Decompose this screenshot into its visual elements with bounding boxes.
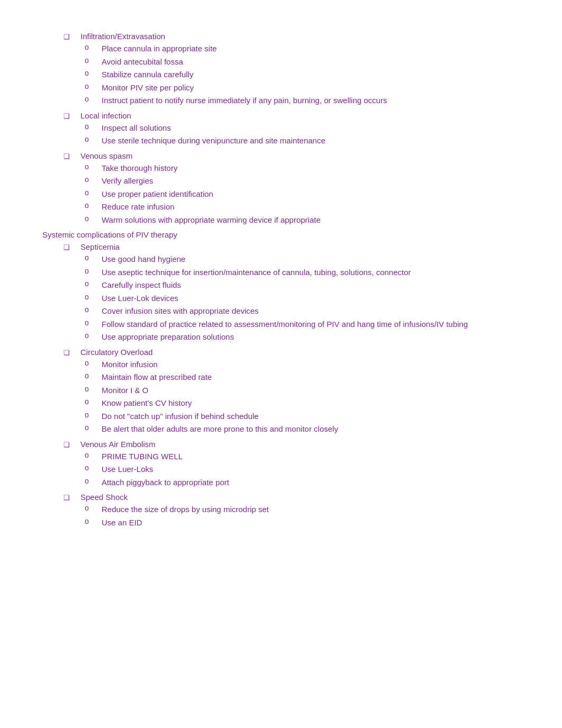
- speed-shock-subitems: o Reduce the size of drops by using micr…: [85, 504, 520, 529]
- sub-bullet: o: [85, 267, 97, 275]
- sub-bullet: o: [85, 293, 97, 301]
- item-text: Use Luer-Lok devices: [102, 293, 178, 305]
- venous-air-embolism-bullet: ❑: [64, 441, 76, 449]
- list-item: o Take thorough history: [85, 162, 520, 175]
- item-text: Monitor I & O: [102, 385, 148, 397]
- venous-air-embolism-subitems: o PRIME TUBING WELL o Use Luer-Loks o At…: [85, 451, 520, 489]
- infiltration-heading-row: ❑ Infiltration/Extravasation: [64, 32, 520, 41]
- list-item: o Verify allergies: [85, 175, 520, 187]
- sub-bullet: o: [85, 43, 97, 51]
- septicemia-heading-row: ❑ Septicemia: [64, 242, 520, 251]
- sub-bullet: o: [85, 135, 97, 143]
- speed-shock-label: Speed Shock: [80, 493, 128, 502]
- sub-bullet: o: [85, 201, 97, 210]
- list-item: o Instruct patient to notify nurse immed…: [85, 95, 520, 107]
- item-text: Monitor PIV site per policy: [102, 82, 194, 94]
- item-text: Instruct patient to notify nurse immedia…: [102, 95, 387, 107]
- item-text: Take thorough history: [102, 162, 177, 175]
- item-text: Stabilize cannula carefully: [102, 69, 193, 81]
- venous-spasm-section: ❑ Venous spasm o Take thorough history o…: [42, 151, 520, 226]
- sub-bullet: o: [85, 188, 97, 197]
- circulatory-overload-heading-row: ❑ Circulatory Overload: [64, 348, 520, 357]
- list-item: o Use aseptic technique for insertion/ma…: [85, 267, 520, 279]
- venous-spasm-subitems: o Take thorough history o Verify allergi…: [85, 162, 520, 226]
- sub-bullet: o: [85, 82, 97, 90]
- item-text: Be alert that older adults are more pron…: [102, 423, 338, 435]
- item-text: Follow standard of practice related to a…: [102, 319, 468, 331]
- item-text: Use appropriate preparation solutions: [102, 331, 234, 343]
- sub-bullet: o: [85, 359, 97, 367]
- list-item: o Monitor infusion: [85, 359, 520, 371]
- item-text: Use Luer-Loks: [102, 463, 153, 476]
- list-item: o Place cannula in appropriate site: [85, 43, 520, 55]
- venous-spasm-label: Venous spasm: [80, 151, 132, 160]
- speed-shock-bullet: ❑: [64, 494, 76, 502]
- venous-air-embolism-heading-row: ❑ Venous Air Embolism: [64, 440, 520, 449]
- sub-bullet: o: [85, 463, 97, 472]
- sub-bullet: o: [85, 423, 97, 432]
- sub-bullet: o: [85, 504, 97, 512]
- item-text: Reduce rate infusion: [102, 201, 175, 213]
- list-item: o Use Luer-Loks: [85, 463, 520, 476]
- sub-bullet: o: [85, 214, 97, 223]
- list-item: o Monitor I & O: [85, 385, 520, 397]
- septicemia-bullet: ❑: [64, 243, 76, 251]
- infiltration-subitems: o Place cannula in appropriate site o Av…: [85, 43, 520, 107]
- list-item: o Know patient's CV history: [85, 397, 520, 410]
- item-text: PRIME TUBING WELL: [102, 451, 183, 463]
- item-text: Monitor infusion: [102, 359, 158, 371]
- infiltration-label: Infiltration/Extravasation: [80, 32, 165, 41]
- list-item: o Cover infusion sites with appropriate …: [85, 305, 520, 317]
- venous-air-embolism-section: ❑ Venous Air Embolism o PRIME TUBING WEL…: [42, 440, 520, 489]
- list-item: o Use appropriate preparation solutions: [85, 331, 520, 343]
- local-infection-heading-row: ❑ Local infection: [64, 111, 520, 120]
- sub-bullet: o: [85, 69, 97, 77]
- list-item: o Stabilize cannula carefully: [85, 69, 520, 81]
- circulatory-overload-section: ❑ Circulatory Overload o Monitor infusio…: [42, 348, 520, 435]
- list-item: o Monitor PIV site per policy: [85, 82, 520, 94]
- item-text: Use proper patient identification: [102, 188, 213, 201]
- septicemia-section: ❑ Septicemia o Use good hand hygiene o U…: [42, 242, 520, 343]
- sub-bullet: o: [85, 411, 97, 419]
- item-text: Reduce the size of drops by using microd…: [102, 504, 269, 516]
- list-item: o Warm solutions with appropriate warmin…: [85, 214, 520, 226]
- item-text: Use an EID: [102, 517, 142, 529]
- sub-bullet: o: [85, 371, 97, 380]
- item-text: Maintain flow at prescribed rate: [102, 371, 212, 384]
- sub-bullet: o: [85, 122, 97, 131]
- sub-bullet: o: [85, 385, 97, 393]
- sub-bullet: o: [85, 517, 97, 525]
- item-text: Use good hand hygiene: [102, 253, 185, 266]
- local-infection-label: Local infection: [80, 111, 131, 120]
- venous-spasm-heading-row: ❑ Venous spasm: [64, 151, 520, 160]
- list-item: o Use sterile technique during venipunct…: [85, 135, 520, 147]
- sub-bullet: o: [85, 56, 97, 65]
- item-text: Place cannula in appropriate site: [102, 43, 217, 55]
- list-item: o Be alert that older adults are more pr…: [85, 423, 520, 435]
- systemic-complications-heading: Systemic complications of PIV therapy: [42, 230, 520, 239]
- list-item: o Attach piggyback to appropriate port: [85, 477, 520, 489]
- sub-bullet: o: [85, 397, 97, 406]
- list-item: o Reduce the size of drops by using micr…: [85, 504, 520, 516]
- sub-bullet: o: [85, 162, 97, 171]
- sub-bullet: o: [85, 253, 97, 262]
- sub-bullet: o: [85, 451, 97, 459]
- item-text: Warm solutions with appropriate warming …: [102, 214, 321, 226]
- item-text: Use aseptic technique for insertion/main…: [102, 267, 411, 279]
- list-item: o Use an EID: [85, 517, 520, 529]
- item-text: Inspect all solutions: [102, 122, 171, 134]
- septicemia-label: Septicemia: [80, 242, 120, 251]
- page-content: ❑ Infiltration/Extravasation o Place can…: [42, 32, 520, 529]
- sub-bullet: o: [85, 331, 97, 340]
- list-item: o Follow standard of practice related to…: [85, 319, 520, 331]
- carefully-inspect-fluids-text: Carefully inspect fluids: [102, 279, 181, 292]
- list-item: o Do not "catch up" infusion if behind s…: [85, 411, 520, 423]
- sub-bullet: o: [85, 95, 97, 103]
- item-text: Avoid antecubital fossa: [102, 56, 183, 68]
- infiltration-section: ❑ Infiltration/Extravasation o Place can…: [42, 32, 520, 107]
- item-text: Know patient's CV history: [102, 397, 192, 410]
- local-complications-section: ❑ Infiltration/Extravasation o Place can…: [42, 32, 520, 226]
- septicemia-subitems: o Use good hand hygiene o Use aseptic te…: [85, 253, 520, 343]
- local-infection-bullet: ❑: [64, 112, 76, 120]
- item-text: Use sterile technique during venipunctur…: [102, 135, 325, 147]
